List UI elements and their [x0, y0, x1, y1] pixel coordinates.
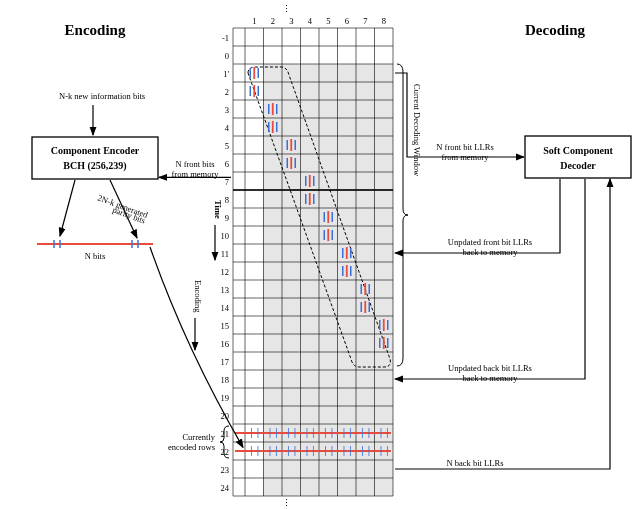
svg-rect-141 [301, 334, 320, 352]
col-header: 8 [382, 16, 386, 26]
svg-rect-74 [245, 190, 264, 208]
row-label: 16 [221, 339, 230, 349]
svg-rect-41 [375, 100, 394, 118]
svg-rect-25 [375, 64, 394, 82]
svg-rect-136 [356, 316, 375, 334]
svg-rect-7 [338, 28, 357, 46]
svg-rect-119 [338, 280, 357, 298]
front-bits-label-l1: N front bits [175, 159, 214, 169]
svg-rect-109 [301, 262, 320, 280]
svg-rect-13 [301, 46, 320, 64]
svg-rect-197 [301, 460, 320, 478]
decoding-window-label: Current Decoding Window [412, 84, 422, 177]
svg-rect-57 [375, 136, 394, 154]
svg-rect-169 [375, 388, 394, 406]
svg-rect-151 [338, 352, 357, 370]
row-label: 19 [221, 393, 230, 403]
svg-rect-73 [375, 172, 394, 190]
svg-rect-204 [282, 478, 301, 496]
svg-rect-6 [319, 28, 338, 46]
svg-rect-105 [375, 244, 394, 262]
svg-rect-67 [264, 172, 283, 190]
svg-rect-44 [282, 118, 301, 136]
svg-rect-174 [319, 406, 338, 424]
svg-rect-206 [319, 478, 338, 496]
svg-rect-175 [338, 406, 357, 424]
svg-rect-91 [264, 226, 283, 244]
svg-rect-10 [245, 46, 264, 64]
svg-rect-132 [282, 316, 301, 334]
row-label: 0 [225, 51, 229, 61]
svg-rect-170 [245, 406, 264, 424]
svg-rect-92 [282, 226, 301, 244]
row-label: 11 [221, 249, 229, 259]
svg-rect-59 [264, 154, 283, 172]
row-label: 21 [221, 429, 230, 439]
svg-rect-95 [338, 226, 357, 244]
new-bits-label: N-k new information bits [59, 91, 145, 101]
col-header: 1 [252, 16, 256, 26]
svg-rect-72 [356, 172, 375, 190]
svg-rect-173 [301, 406, 320, 424]
svg-rect-23 [338, 64, 357, 82]
svg-rect-114 [245, 280, 264, 298]
current-rows-label-l1: Currently [182, 432, 215, 442]
svg-rect-54 [319, 136, 338, 154]
svg-rect-14 [319, 46, 338, 64]
updated-back-arrow [395, 179, 585, 379]
svg-rect-134 [319, 316, 338, 334]
svg-rect-203 [264, 478, 283, 496]
row-label: 15 [221, 321, 230, 331]
parity-arrow-left [60, 180, 75, 236]
brace-decoding-window [397, 64, 408, 366]
svg-rect-70 [319, 172, 338, 190]
svg-rect-17 [375, 46, 394, 64]
back-llrs-arrow [395, 179, 610, 469]
svg-rect-11 [264, 46, 283, 64]
svg-rect-96 [356, 226, 375, 244]
svg-rect-154 [245, 370, 264, 388]
svg-rect-89 [375, 208, 394, 226]
svg-rect-2 [245, 28, 264, 46]
svg-rect-115 [264, 280, 283, 298]
svg-rect-131 [264, 316, 283, 334]
svg-rect-88 [356, 208, 375, 226]
time-label: Time [213, 200, 223, 219]
svg-rect-208 [356, 478, 375, 496]
svg-rect-62 [319, 154, 338, 172]
component-encoder-box [32, 137, 158, 179]
svg-rect-28 [282, 82, 301, 100]
svg-rect-123 [264, 298, 283, 316]
svg-rect-64 [356, 154, 375, 172]
svg-rect-113 [375, 262, 394, 280]
col-header: 7 [363, 16, 367, 26]
svg-rect-65 [375, 154, 394, 172]
svg-rect-4 [282, 28, 301, 46]
svg-rect-15 [338, 46, 357, 64]
svg-rect-79 [338, 190, 357, 208]
svg-rect-47 [338, 118, 357, 136]
svg-rect-122 [245, 298, 264, 316]
svg-rect-36 [282, 100, 301, 118]
svg-rect-55 [338, 136, 357, 154]
svg-rect-207 [338, 478, 357, 496]
col-header: 3 [289, 16, 293, 26]
front-llrs-l1: N front bit LLRs [436, 142, 493, 152]
svg-rect-30 [319, 82, 338, 100]
row-label: 6 [225, 159, 229, 169]
row-label: 5 [225, 141, 229, 151]
svg-rect-46 [319, 118, 338, 136]
row-label: 17 [221, 357, 230, 367]
encoder-box-title: Component Encoder [51, 145, 140, 156]
row-label: 13 [221, 285, 230, 295]
svg-rect-102 [319, 244, 338, 262]
svg-rect-5 [301, 28, 320, 46]
row-label: 8 [225, 195, 229, 205]
updated-front-l1: Unpdated front bit LLRs [448, 237, 532, 247]
svg-rect-33 [375, 82, 394, 100]
svg-rect-171 [264, 406, 283, 424]
svg-rect-29 [301, 82, 320, 100]
svg-rect-143 [338, 334, 357, 352]
svg-rect-100 [282, 244, 301, 262]
svg-rect-138 [245, 334, 264, 352]
